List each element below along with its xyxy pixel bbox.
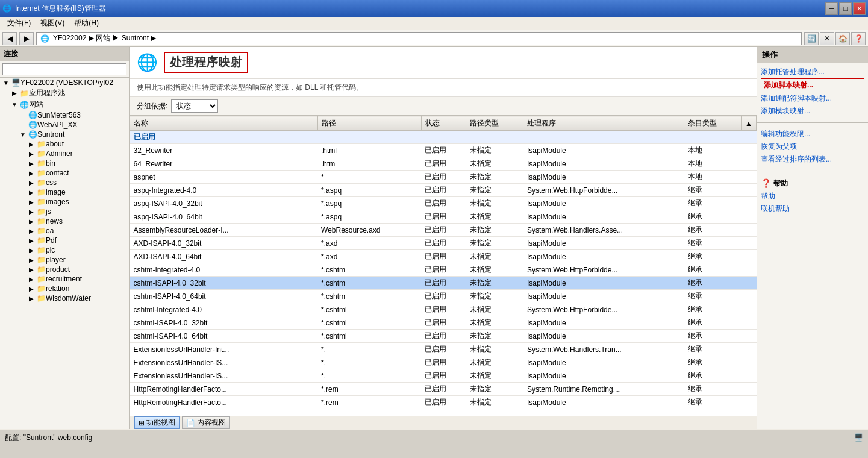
sidebar-item-about[interactable]: ▶📁about	[0, 139, 129, 149]
help-nav-button[interactable]: ❓	[851, 32, 866, 45]
menu-file[interactable]: 文件(F)	[2, 17, 36, 30]
table-row[interactable]: cshtm-Integrated-4.0*.cshtm已启用未指定System.…	[130, 263, 757, 277]
expand-icon-root[interactable]: ▼	[1, 80, 11, 86]
sidebar-item-js[interactable]: ▶📁js	[0, 207, 129, 216]
table-row[interactable]: AXD-ISAPI-4.0_32bit*.axd已启用未指定IsapiModul…	[130, 237, 757, 250]
sidebar-search-input[interactable]	[2, 63, 126, 75]
tree-icon-news: 📁	[36, 217, 46, 225]
expand-icon-bin[interactable]: ▶	[27, 160, 36, 167]
sidebar-item-adminer[interactable]: ▶📁Adminer	[0, 149, 129, 158]
expand-icon-relation[interactable]: ▶	[27, 286, 36, 292]
table-row[interactable]: aspq-Integrated-4.0*.aspq已启用未指定System.We…	[130, 184, 757, 197]
add-module-link[interactable]: 添加模块映射...	[761, 105, 864, 118]
expand-icon-recruitment[interactable]: ▶	[27, 276, 36, 283]
sidebar-item-sites[interactable]: ▼🌐网站	[0, 99, 129, 110]
expand-icon-suntront[interactable]: ▼	[18, 131, 28, 138]
sidebar-item-suntront[interactable]: ▼🌐Suntront	[0, 130, 129, 139]
forward-button[interactable]: ▶	[19, 32, 34, 45]
sidebar-item-sunmeter[interactable]: 🌐SunMeter563	[0, 110, 129, 120]
expand-icon-images[interactable]: ▶	[27, 199, 36, 205]
expand-icon-product[interactable]: ▶	[27, 266, 36, 273]
expand-icon-pic[interactable]: ▶	[27, 247, 36, 254]
minimize-button[interactable]: ─	[825, 2, 838, 15]
maximize-button[interactable]: □	[839, 2, 852, 15]
sidebar-item-oa[interactable]: ▶📁oa	[0, 226, 129, 236]
expand-icon-pdf[interactable]: ▶	[27, 237, 36, 244]
sidebar-item-pic[interactable]: ▶📁pic	[0, 245, 129, 255]
expand-icon-app-pools[interactable]: ▶	[10, 90, 19, 96]
expand-icon-news[interactable]: ▶	[27, 218, 36, 225]
sidebar-item-contact[interactable]: ▶📁contact	[0, 168, 129, 178]
table-row[interactable]: AssemblyResourceLoader-I...WebResource.a…	[130, 224, 757, 237]
menu-view[interactable]: 视图(V)	[36, 17, 69, 30]
revert-link[interactable]: 恢复为父项	[761, 140, 864, 153]
right-panel-header: 操作	[757, 47, 868, 63]
table-row[interactable]: aspq-ISAPI-4.0_32bit*.aspq已启用未指定IsapiMod…	[130, 197, 757, 210]
table-row[interactable]: ExtensionlessUrlHandler-IS...*.已启用未指定Isa…	[130, 356, 757, 369]
table-row[interactable]: cshtm-ISAPI-4.0_32bit*.cshtm已启用未指定IsapiM…	[130, 277, 757, 290]
stop-button[interactable]: ✕	[820, 32, 834, 45]
col-sort[interactable]: ▲	[742, 116, 757, 131]
sidebar-item-image[interactable]: ▶📁image	[0, 187, 129, 197]
online-help-link[interactable]: 联机帮助	[761, 202, 864, 215]
cell-entry: 本地	[684, 171, 742, 184]
sidebar-item-relation[interactable]: ▶📁relation	[0, 284, 129, 293]
sidebar-item-recruitment[interactable]: ▶📁recruitment	[0, 274, 129, 284]
cell-entry: 继承	[684, 303, 742, 316]
expand-icon-sites[interactable]: ▼	[10, 101, 19, 108]
back-button[interactable]: ◀	[2, 32, 17, 45]
sidebar-item-css[interactable]: ▶📁css	[0, 178, 129, 187]
help-link[interactable]: 帮助	[761, 190, 864, 202]
expand-icon-js[interactable]: ▶	[27, 209, 36, 215]
expand-icon-player[interactable]: ▶	[27, 257, 36, 263]
table-row[interactable]: HttpRemotingHandlerFacto...*.rem已启用未指定Is…	[130, 396, 757, 409]
table-row[interactable]: cshtm-ISAPI-4.0_64bit*.cshtm已启用未指定IsapiM…	[130, 290, 757, 303]
sidebar-item-bin[interactable]: ▶📁bin	[0, 158, 129, 168]
sidebar-item-webapi[interactable]: 🌐WebAPI_XX	[0, 120, 129, 130]
sidebar-item-player[interactable]: ▶📁player	[0, 255, 129, 265]
expand-icon-image[interactable]: ▶	[27, 189, 36, 196]
table-row[interactable]: aspq-ISAPI-4.0_64bit*.aspq已启用未指定IsapiMod…	[130, 210, 757, 224]
sidebar-item-root[interactable]: ▼🖥️YF022002 (VDESKTOP\yf02	[0, 78, 129, 87]
table-row[interactable]: cshtml-ISAPI-4.0_32bit*.cshtml已启用未指定Isap…	[130, 316, 757, 330]
action-section-secondary: 编辑功能权限... 恢复为父项 查看经过排序的列表...	[757, 125, 868, 168]
home-button[interactable]: 🏠	[835, 32, 850, 45]
expand-icon-about[interactable]: ▶	[27, 141, 36, 148]
expand-icon-wisdomwater[interactable]: ▶	[27, 295, 36, 302]
sidebar-item-wisdomwater[interactable]: ▶📁WisdomWater	[0, 293, 129, 303]
edit-feature-link[interactable]: 编辑功能权限...	[761, 128, 864, 140]
expand-icon-adminer[interactable]: ▶	[27, 151, 36, 157]
table-row[interactable]: cshtml-ISAPI-4.0_64bit*.cshtml已启用未指定Isap…	[130, 330, 757, 343]
sidebar-item-pdf[interactable]: ▶📁Pdf	[0, 236, 129, 245]
cell-path: WebResource.axd	[317, 224, 421, 237]
table-row[interactable]: aspnet*已启用未指定IsapiModule本地	[130, 171, 757, 184]
sidebar-item-images[interactable]: ▶📁images	[0, 197, 129, 207]
add-script-link[interactable]: 添加脚本映射...	[761, 78, 864, 92]
filter-select[interactable]: 不分组 状态 类型 处理程序	[171, 99, 218, 113]
table-row[interactable]: HttpRemotingHandlerFacto...*.rem已启用未指定Sy…	[130, 383, 757, 396]
cell-sort	[742, 316, 757, 330]
cell-sort	[742, 144, 757, 157]
content-view-tab[interactable]: 📄 内容视图	[182, 416, 230, 429]
refresh-button[interactable]: 🔄	[804, 32, 819, 45]
add-managed-link[interactable]: 添加托管处理程序...	[761, 66, 864, 78]
sidebar-item-news[interactable]: ▶📁news	[0, 216, 129, 226]
table-row[interactable]: 32_Rewriter.html已启用未指定IsapiModule本地	[130, 144, 757, 157]
expand-icon-css[interactable]: ▶	[27, 180, 36, 186]
view-sorted-link[interactable]: 查看经过排序的列表...	[761, 153, 864, 166]
cell-sort	[742, 171, 757, 184]
menu-help[interactable]: 帮助(H)	[69, 17, 104, 30]
close-button[interactable]: ✕	[853, 2, 866, 15]
table-row[interactable]: ExtensionlessUrlHandler-IS...*.已启用未指定Isa…	[130, 369, 757, 383]
table-row[interactable]: 64_Rewriter.htm已启用未指定IsapiModule本地	[130, 157, 757, 171]
expand-icon-contact[interactable]: ▶	[27, 170, 36, 177]
table-row[interactable]: ExtensionlessUrlHandler-Int...*.已启用未指定Sy…	[130, 343, 757, 356]
sidebar-item-app-pools[interactable]: ▶📁应用程序池	[0, 87, 129, 99]
feature-view-tab[interactable]: ⊞ 功能视图	[134, 416, 180, 429]
expand-icon-oa[interactable]: ▶	[27, 228, 36, 234]
table-row[interactable]: AXD-ISAPI-4.0_64bit*.axd已启用未指定IsapiModul…	[130, 250, 757, 263]
cell-entry: 继承	[684, 383, 742, 396]
table-row[interactable]: cshtml-Integrated-4.0*.cshtml已启用未指定Syste…	[130, 303, 757, 316]
add-wildcard-link[interactable]: 添加通配符脚本映射...	[761, 92, 864, 105]
sidebar-item-product[interactable]: ▶📁product	[0, 265, 129, 274]
